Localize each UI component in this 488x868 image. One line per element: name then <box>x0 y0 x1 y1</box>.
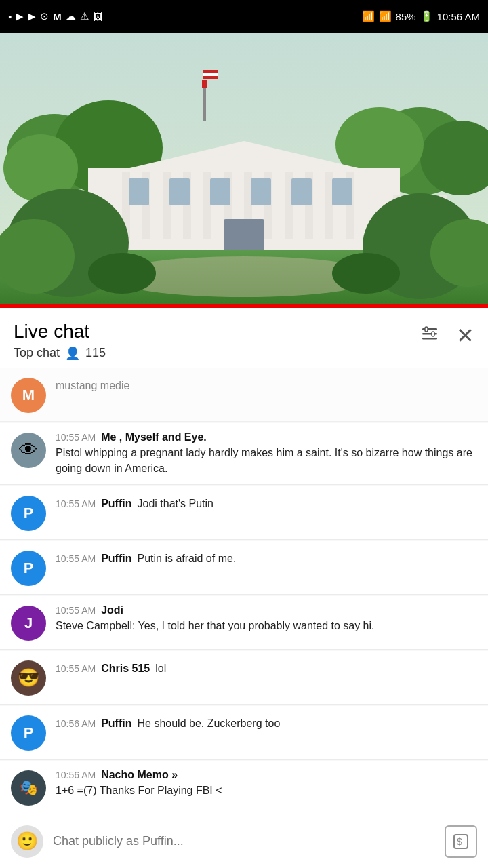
battery-level: 85% <box>396 11 416 22</box>
svg-rect-49 <box>432 332 434 336</box>
message-meta: 10:55 AM Me , Myself and Eye. <box>56 431 474 443</box>
message-content: 10:55 AM Me , Myself and Eye. Pistol whi… <box>56 431 474 476</box>
avatar: 🎭 <box>11 770 46 806</box>
svg-rect-31 <box>251 178 271 205</box>
chat-title-section: Live chat Top chat 👤 115 <box>14 320 106 361</box>
filter-icon[interactable] <box>420 323 440 349</box>
message-time: 10:55 AM <box>56 605 96 616</box>
message-content: 10:56 AM Nacho Memo » 1+6 =(7) Thanks Fo… <box>56 769 474 798</box>
svg-point-43 <box>88 253 156 294</box>
message-content: 10:55 AM Puffin Putin is afraid of me. <box>56 549 474 566</box>
avatar: P <box>11 551 46 586</box>
video-player[interactable] <box>0 33 488 304</box>
message-text: Steve Campbell: Yes, I told her that you… <box>56 618 474 633</box>
play-icon-1: ▶ <box>16 10 24 22</box>
list-item: 😎 10:55 AM Chris 515 lol <box>0 651 488 705</box>
wifi-icon: 📶 <box>362 10 375 22</box>
message-time: 10:55 AM <box>56 432 96 443</box>
send-icon: $ <box>452 833 470 850</box>
message-content: 10:55 AM Jodi Steve Campbell: Yes, I tol… <box>56 604 474 633</box>
list-item: P 10:55 AM Puffin Putin is afraid of me. <box>0 541 488 595</box>
message-text: lol <box>155 660 166 676</box>
play-icon-2: ▶ <box>28 10 36 22</box>
message-time: 10:55 AM <box>56 663 96 674</box>
svg-rect-9 <box>202 80 207 88</box>
emoji-button[interactable]: 🙂 <box>11 825 43 858</box>
avatar: M <box>11 378 46 413</box>
image-icon: 🖼 <box>93 11 103 22</box>
message-meta: 10:55 AM Chris 515 lol <box>56 659 474 676</box>
message-text: 1+6 =(7) Thanks For Playing FBI < <box>56 783 474 798</box>
message-meta: 10:55 AM Puffin Putin is afraid of me. <box>56 549 474 566</box>
svg-text:$: $ <box>457 836 462 847</box>
chat-header-actions: ✕ <box>420 323 474 349</box>
message-content: mustang medie <box>56 376 474 393</box>
send-button[interactable]: $ <box>445 825 477 858</box>
chat-input[interactable] <box>53 825 435 858</box>
video-thumbnail <box>0 33 488 304</box>
emoji-icon: 🙂 <box>16 831 38 852</box>
folder-icon: ▪ <box>8 11 12 22</box>
close-icon[interactable]: ✕ <box>456 323 474 349</box>
message-author: Puffin <box>101 498 131 510</box>
live-chat-title: Live chat <box>14 320 106 343</box>
status-bar: ▪ ▶ ▶ ⊙ M ☁ ⚠ 🖼 📶 📶 85% 🔋 10:56 AM <box>0 0 488 33</box>
svg-rect-12 <box>203 73 218 76</box>
svg-rect-11 <box>203 70 218 73</box>
message-text: Jodi that's Putin <box>137 496 213 511</box>
cloud-icon: ☁ <box>66 10 76 22</box>
avatar: J <box>11 606 46 641</box>
svg-point-44 <box>332 253 400 294</box>
message-author: Nacho Memo » <box>101 769 178 781</box>
svg-rect-29 <box>169 178 190 205</box>
clock: 10:56 AM <box>437 11 480 22</box>
message-author: Me , Myself and Eye. <box>101 431 207 443</box>
top-chat-label[interactable]: Top chat <box>14 346 60 360</box>
message-content: 10:55 AM Puffin Jodi that's Putin <box>56 494 474 511</box>
battery-icon: 🔋 <box>420 10 433 22</box>
svg-rect-13 <box>203 76 218 79</box>
warning-icon: ⚠ <box>80 10 89 22</box>
svg-rect-8 <box>203 87 206 121</box>
message-meta: 10:56 AM Nacho Memo » <box>56 769 474 781</box>
people-icon: 👤 <box>65 346 80 361</box>
svg-rect-47 <box>422 338 437 340</box>
message-text: Putin is afraid of me. <box>137 551 236 566</box>
message-content: 10:56 AM Puffin He should be. Zuckerberg… <box>56 714 474 731</box>
message-time: 10:55 AM <box>56 553 96 564</box>
avatar: P <box>11 496 46 531</box>
message-time: 10:56 AM <box>56 718 96 729</box>
status-right-info: 📶 📶 85% 🔋 10:56 AM <box>362 10 480 22</box>
chat-header: Live chat Top chat 👤 115 ✕ <box>0 308 488 368</box>
svg-rect-28 <box>129 178 149 205</box>
signal-icon: 📶 <box>379 10 392 22</box>
list-item: J 10:55 AM Jodi Steve Campbell: Yes, I t… <box>0 596 488 650</box>
svg-rect-33 <box>332 178 352 205</box>
message-text: Pistol whipping a pregnant lady hardly m… <box>56 445 474 476</box>
list-item: P 10:55 AM Puffin Jodi that's Putin <box>0 486 488 540</box>
message-author: Jodi <box>101 604 123 616</box>
circle-icon: ⊙ <box>40 10 49 22</box>
avatar: 😎 <box>11 660 46 696</box>
viewer-count: 115 <box>85 346 106 360</box>
chat-subtitle-row[interactable]: Top chat 👤 115 <box>14 346 106 361</box>
avatar: P <box>11 715 46 751</box>
message-text: He should be. Zuckerberg too <box>137 715 280 731</box>
status-left-icons: ▪ ▶ ▶ ⊙ M ☁ ⚠ 🖼 <box>8 10 103 22</box>
message-meta: 10:55 AM Jodi <box>56 604 474 616</box>
svg-rect-32 <box>291 178 312 205</box>
message-author: Chris 515 <box>101 663 150 675</box>
chat-message-list: M mustang medie 👁 10:55 AM Me , Myself a… <box>0 368 488 868</box>
list-item: M mustang medie <box>0 368 488 422</box>
svg-rect-30 <box>210 178 230 205</box>
chat-input-bar: 🙂 $ <box>0 814 488 868</box>
message-content: 10:55 AM Chris 515 lol <box>56 659 474 676</box>
avatar: 👁 <box>11 433 46 468</box>
svg-rect-48 <box>425 327 428 332</box>
message-time: 10:55 AM <box>56 498 96 509</box>
list-item: 👁 10:55 AM Me , Myself and Eye. Pistol w… <box>0 423 488 485</box>
message-time: 10:56 AM <box>56 770 96 781</box>
list-item: P 10:56 AM Puffin He should be. Zuckerbe… <box>0 706 488 760</box>
message-meta: 10:55 AM Puffin Jodi that's Putin <box>56 494 474 511</box>
m-icon: M <box>53 11 62 22</box>
